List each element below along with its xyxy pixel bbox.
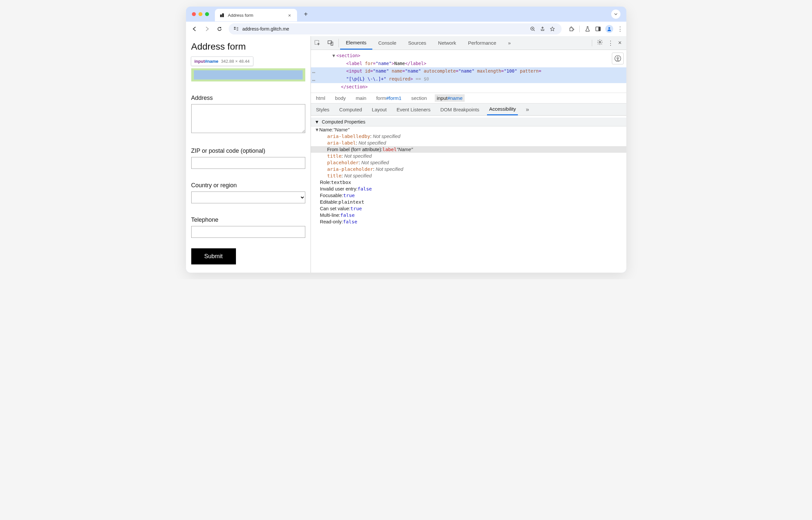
dom-line-section-close[interactable]: </section> (311, 83, 626, 91)
dom-line-input-cont[interactable]: "[\p{L} \-\.]+" required> == $0 (311, 75, 626, 83)
tooltip-element: input (195, 59, 205, 64)
highlighted-name-input[interactable] (194, 70, 303, 79)
page-title: Address form (191, 42, 305, 52)
address-label: Address (191, 95, 305, 102)
profile-avatar[interactable] (605, 25, 613, 33)
devtools-settings-icon[interactable] (597, 39, 603, 47)
browser-tab[interactable]: Address form × (215, 9, 297, 21)
acc-title-1: title: Not specified (311, 153, 626, 159)
bookmark-star-icon[interactable] (549, 26, 556, 32)
zip-label: ZIP or postal code (optional) (191, 148, 305, 154)
devtools-tab-elements[interactable]: Elements (340, 36, 373, 50)
svg-point-7 (608, 27, 610, 29)
window-controls (192, 12, 209, 16)
subtab-dom-breakpoints[interactable]: DOM Breakpoints (438, 103, 481, 115)
inspect-element-icon[interactable] (311, 40, 324, 46)
country-label: Country or region (191, 182, 305, 189)
country-select[interactable] (191, 191, 305, 203)
acc-property-key: Role: (320, 180, 331, 185)
zip-input[interactable] (191, 157, 305, 169)
subtab-event-listeners[interactable]: Event Listeners (395, 103, 432, 115)
browser-title-bar: Address form × + (186, 6, 626, 22)
share-icon[interactable] (539, 26, 546, 32)
address-textarea[interactable] (191, 104, 305, 133)
devtools-panel: Elements Console Sources Network Perform… (311, 36, 626, 272)
submit-button[interactable]: Submit (191, 248, 236, 264)
browser-toolbar: address-form.glitch.me (186, 22, 626, 36)
subtab-layout[interactable]: Layout (370, 103, 389, 115)
telephone-field-group: Telephone (191, 216, 305, 238)
acc-from-label: From label (for= attribute): label "Name… (311, 146, 626, 153)
crumb-html[interactable]: html (314, 94, 327, 102)
acc-property-key: Multi-line: (320, 212, 340, 218)
acc-name-row[interactable]: ▼ Name: "Name" (311, 127, 626, 133)
svg-rect-3 (234, 29, 236, 30)
acc-property-value: textbox (331, 180, 351, 185)
reload-button[interactable] (214, 24, 225, 34)
devtools-close-icon[interactable]: × (618, 40, 622, 46)
dom-line-section-open[interactable]: ▼<section> (311, 52, 626, 60)
address-bar-actions (529, 26, 557, 32)
crumb-form[interactable]: form#form1 (374, 94, 404, 102)
acc-property-key: Editable: (320, 200, 338, 205)
acc-section-title: Computed Properties (322, 119, 365, 125)
browser-window: Address form × + address-form.glitch.me (186, 6, 626, 272)
svg-rect-1 (222, 14, 224, 17)
dom-line-input[interactable]: <input id="name" name="name" autocomplet… (311, 67, 626, 75)
devtools-tab-console[interactable]: Console (372, 36, 402, 50)
more-menu-button[interactable]: ⋮ (617, 25, 623, 32)
zoom-icon[interactable] (529, 26, 536, 32)
crumb-section[interactable]: section (409, 94, 429, 102)
devtools-more-icon[interactable]: ⋮ (608, 40, 613, 47)
acc-property-row: Invalid user entry: false (311, 186, 626, 192)
maximize-window-button[interactable] (205, 12, 209, 16)
devtools-tab-sources[interactable]: Sources (402, 36, 432, 50)
dom-line-label[interactable]: <label for="name">Name</label> (311, 60, 626, 68)
inspect-tooltip: input#name 342.88 × 48.44 (191, 56, 253, 66)
zip-field-group: ZIP or postal code (optional) (191, 148, 305, 169)
side-panel-icon[interactable] (595, 26, 601, 32)
subtab-overflow[interactable]: » (526, 106, 529, 113)
new-tab-button[interactable]: + (301, 9, 311, 19)
acc-property-value: false (343, 219, 357, 224)
tab-search-button[interactable] (611, 9, 620, 19)
tooltip-dimensions: 342.88 × 48.44 (221, 59, 249, 64)
crumb-input[interactable]: input#name (435, 94, 464, 102)
tab-favicon (220, 12, 225, 18)
minimize-window-button[interactable] (199, 12, 202, 16)
labs-icon[interactable] (584, 26, 591, 32)
svg-rect-0 (220, 15, 222, 17)
devtools-tab-network[interactable]: Network (432, 36, 462, 50)
subtab-accessibility[interactable]: Accessibility (487, 103, 518, 115)
back-button[interactable] (189, 24, 200, 34)
acc-section-header[interactable]: ▼ Computed Properties (311, 118, 626, 127)
dom-tree[interactable]: ▼<section> <label for="name">Name</label… (311, 50, 626, 93)
devtools-tab-bar: Elements Console Sources Network Perform… (311, 36, 626, 50)
subtab-computed[interactable]: Computed (337, 103, 364, 115)
acc-property-key: Invalid user entry: (320, 186, 357, 191)
devtools-tab-performance[interactable]: Performance (462, 36, 502, 50)
subtab-styles[interactable]: Styles (314, 103, 332, 115)
site-settings-icon[interactable] (233, 26, 239, 32)
dom-breadcrumb: html body main form#form1 section input#… (311, 93, 626, 103)
acc-aria-placeholder: aria-placeholder: Not specified (311, 166, 626, 173)
extensions-icon[interactable] (568, 26, 575, 32)
highlighted-name-field-wrapper (191, 68, 305, 81)
crumb-main[interactable]: main (354, 94, 369, 102)
forward-button[interactable] (202, 24, 212, 34)
acc-property-row: Multi-line: false (311, 212, 626, 218)
tab-close-button[interactable]: × (287, 12, 293, 18)
acc-property-row: Focusable: true (311, 192, 626, 199)
telephone-input[interactable] (191, 226, 305, 238)
crumb-body[interactable]: body (333, 94, 348, 102)
toolbar-right: ⋮ (568, 25, 623, 33)
svg-rect-6 (599, 27, 600, 31)
address-bar[interactable]: address-form.glitch.me (229, 23, 562, 34)
acc-property-value: plaintext (338, 200, 364, 205)
devtools-tabs-separator (338, 39, 339, 47)
device-toolbar-icon[interactable] (324, 40, 337, 46)
acc-property-row: Can set value: true (311, 205, 626, 212)
address-field-group: Address (191, 95, 305, 134)
close-window-button[interactable] (192, 12, 196, 16)
devtools-tabs-overflow[interactable]: » (502, 36, 516, 50)
